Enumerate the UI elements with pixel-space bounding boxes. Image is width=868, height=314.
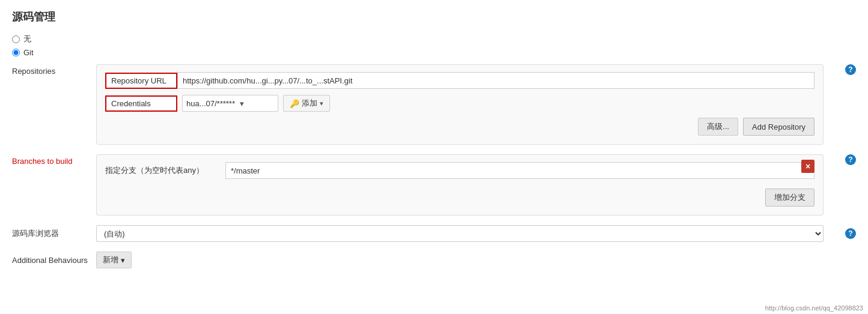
credentials-row: Credentials hua...07/****** ▾ 🔑 添加 ▾ (105, 95, 815, 112)
branch-row-label: 指定分支（为空时代表any） (105, 165, 219, 176)
radio-none-item[interactable]: 无 (12, 34, 856, 44)
add-btn-arrow: ▾ (320, 100, 323, 107)
add-branch-button[interactable]: 增加分支 (765, 189, 815, 207)
radio-git-item[interactable]: Git (12, 48, 856, 57)
page-title: 源码管理 (12, 10, 856, 24)
radio-git-label: Git (23, 48, 34, 57)
repositories-section: Repositories Repository URL Credentials … (12, 64, 856, 145)
repo-url-label: Repository URL (105, 73, 177, 89)
repo-url-input[interactable] (177, 72, 815, 89)
footer-link: http://blog.csdn.net/qq_42098823 (765, 304, 863, 312)
browser-help-icon[interactable]: ? (845, 228, 856, 239)
browser-select-wrap: (自动) (96, 225, 824, 242)
branch-input[interactable] (225, 162, 815, 179)
radio-none-label: 无 (23, 34, 31, 44)
repo-url-row: Repository URL (105, 72, 815, 89)
repositories-help-icon[interactable]: ? (845, 64, 856, 75)
repo-btn-row: 高级... Add Repository (105, 118, 815, 136)
browser-section: 源码库浏览器 (自动) ? (12, 225, 856, 242)
additional-section: Additional Behaviours 新增 ▾ (12, 252, 856, 268)
additional-label: Additional Behaviours (12, 256, 96, 265)
credentials-select[interactable]: hua...07/****** ▾ (182, 95, 278, 112)
credentials-value: hua...07/****** (186, 99, 235, 108)
branches-label: Branches to build (12, 154, 96, 166)
key-icon: 🔑 (290, 99, 299, 108)
browser-select[interactable]: (自动) (96, 225, 824, 242)
branch-row: 指定分支（为空时代表any） (105, 162, 815, 179)
add-repository-button[interactable]: Add Repository (743, 118, 815, 136)
radio-group: 无 Git (12, 34, 856, 57)
credentials-select-arrow: ▾ (240, 99, 244, 108)
delete-branch-button[interactable]: × (801, 160, 815, 173)
new-btn-arrow: ▾ (121, 256, 125, 265)
radio-git[interactable] (12, 49, 20, 56)
repositories-label: Repositories (12, 64, 96, 76)
repositories-content: Repository URL Credentials hua...07/****… (96, 64, 824, 145)
new-btn-label: 新增 (103, 255, 118, 265)
browser-label: 源码库浏览器 (12, 228, 96, 239)
add-credentials-button[interactable]: 🔑 添加 ▾ (283, 95, 330, 112)
new-behaviour-button[interactable]: 新增 ▾ (96, 252, 132, 268)
add-btn-label: 添加 (302, 98, 317, 109)
credentials-label: Credentials (105, 95, 177, 112)
radio-none[interactable] (12, 35, 20, 43)
branches-section: Branches to build × 指定分支（为空时代表any） 增加分支 … (12, 154, 856, 216)
branches-content: × 指定分支（为空时代表any） 增加分支 (96, 154, 824, 216)
page-container: 源码管理 无 Git Repositories Repository URL C… (0, 0, 868, 314)
advanced-button[interactable]: 高级... (698, 118, 738, 136)
branches-help-icon[interactable]: ? (845, 154, 856, 165)
